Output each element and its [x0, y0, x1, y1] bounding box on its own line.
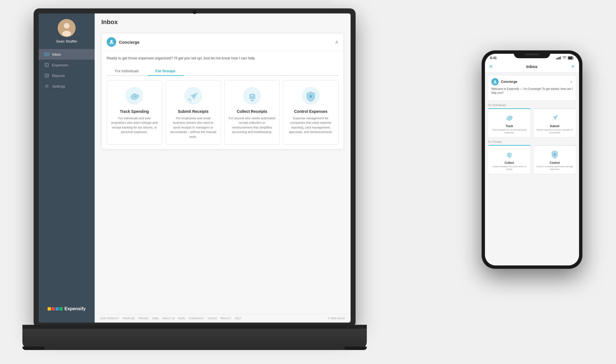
laptop-foot-right — [344, 347, 367, 350]
footer-link-status[interactable]: STATUS — [207, 317, 217, 320]
footer-link-community[interactable]: COMMUNITY — [188, 317, 204, 320]
control-desc: Expense management for companies that ne… — [287, 116, 334, 134]
footer-link-upgrade[interactable]: UPGRADE — [122, 317, 135, 320]
option-card-submit[interactable]: Submit Receipts For employees and small … — [165, 80, 221, 145]
concierge-header: Concierge ∧ — [102, 33, 344, 51]
svg-rect-11 — [134, 94, 135, 94]
phone-concierge-card: Concierge ∧ Welcome to Expensify — I'm C… — [488, 75, 576, 101]
concierge-message: Ready to get those expenses organized? I… — [107, 55, 339, 61]
phone-track-icon — [504, 112, 515, 123]
settings-icon — [44, 84, 49, 89]
phone-individuals-cards: Track Track receipts for tax and persona… — [485, 108, 579, 137]
phone-control-desc: Control company spend and manage expense… — [536, 165, 574, 171]
sidebar-item-inbox[interactable]: Inbox — [39, 49, 95, 60]
phone-body: 9:41 — [482, 50, 582, 269]
phone-chevron-icon[interactable]: ∧ — [570, 80, 573, 84]
laptop-hinge — [22, 325, 367, 329]
svg-rect-36 — [509, 153, 510, 155]
inbox-content: Concierge ∧ Ready to get those expenses … — [95, 29, 351, 314]
svg-point-7 — [110, 40, 113, 42]
svg-point-6 — [46, 86, 48, 87]
sidebar-item-reports[interactable]: Reports — [39, 70, 95, 81]
avatar-image — [58, 19, 76, 37]
footer-copyright: © 2008-2019 E — [328, 317, 345, 320]
option-card-collect[interactable]: Collect Receipts For anyone who needs au… — [224, 80, 280, 145]
phone-collect-icon — [504, 148, 515, 160]
svg-point-14 — [188, 98, 190, 100]
inbox-icon — [44, 52, 49, 57]
phone-status-icons — [556, 56, 574, 60]
option-card-track[interactable]: Track Spending For individuals and sole … — [107, 80, 162, 145]
phone-collect-desc: Collect receipts from your team or clien… — [490, 165, 528, 171]
settings-label: Settings — [52, 84, 65, 88]
expenses-icon — [44, 62, 49, 67]
phone-card-submit[interactable]: Submit Submit expenses to your manager o… — [533, 108, 576, 137]
phone-concierge-message: Welcome to Expensify — I'm Concierge! To… — [491, 87, 573, 95]
control-icon — [301, 86, 321, 106]
phone-submit-desc: Submit expenses to your manager or accou… — [536, 129, 574, 134]
phone-concierge-icon — [491, 78, 499, 85]
footer-link-jobs[interactable]: JOBS — [152, 317, 159, 320]
phone-speaker — [525, 54, 539, 55]
svg-rect-23 — [556, 58, 557, 59]
track-desc: For individuals and sole proprietors who… — [111, 116, 158, 134]
concierge-icon — [107, 37, 116, 47]
sidebar-item-settings[interactable]: Settings — [39, 81, 95, 92]
concierge-card: Concierge ∧ Ready to get those expenses … — [101, 33, 344, 150]
footer-link-help[interactable]: HELP — [235, 317, 241, 320]
phone-collect-title: Collect — [505, 161, 514, 164]
phone-control-icon — [549, 148, 560, 160]
option-card-control[interactable]: Control Expenses Expense management for … — [283, 80, 339, 145]
svg-point-2 — [62, 31, 71, 36]
chevron-up-icon[interactable]: ∧ — [335, 39, 339, 45]
phone-submit-title: Submit — [550, 125, 559, 128]
inbox-label: Inbox — [52, 52, 61, 57]
footer-link-pricing[interactable]: PRICING — [138, 317, 149, 320]
svg-rect-5 — [45, 74, 48, 77]
laptop-screen: Sean Shaffer Inbox — [39, 13, 351, 323]
tab-groups[interactable]: For Groups — [147, 67, 184, 75]
user-name: Sean Shaffer — [56, 39, 77, 43]
phone-card-collect[interactable]: Collect Collect receipts from your team … — [488, 145, 531, 174]
concierge-name: Concierge — [119, 40, 139, 45]
svg-rect-26 — [560, 57, 561, 59]
battery-icon — [568, 56, 574, 60]
svg-point-15 — [190, 100, 192, 102]
phone-concierge-header: Concierge ∧ — [491, 78, 573, 85]
expenses-label: Expenses — [52, 63, 68, 67]
sidebar-item-expenses[interactable]: Expenses — [39, 60, 95, 70]
svg-rect-24 — [557, 58, 558, 59]
svg-point-1 — [64, 23, 69, 29]
concierge-title-area: Concierge — [107, 37, 139, 47]
laptop-base — [22, 325, 367, 350]
footer-link-product[interactable]: OUR PRODUCT — [100, 317, 119, 320]
phone-plus-button[interactable]: + — [571, 63, 575, 70]
reports-icon — [44, 73, 49, 78]
phone-track-title: Track — [506, 125, 513, 128]
footer-link-about[interactable]: ABOUT US — [162, 317, 175, 320]
footer-link-privacy[interactable]: PRIVACY — [220, 317, 231, 320]
page-title: Inbox — [101, 18, 344, 26]
collect-title: Collect Receipts — [237, 109, 267, 114]
laptop: Sean Shaffer Inbox — [34, 8, 356, 350]
tab-individuals[interactable]: For Individuals — [107, 67, 147, 75]
logo-box-blue — [55, 307, 59, 311]
hamburger-icon[interactable]: ≡ — [489, 64, 493, 69]
logo-boxes — [48, 307, 63, 311]
svg-point-29 — [494, 80, 496, 82]
svg-point-12 — [135, 96, 136, 97]
phone-time: 9:41 — [490, 56, 497, 60]
wifi-icon — [562, 56, 567, 60]
laptop-camera — [193, 10, 197, 14]
laptop-foot-left — [22, 347, 45, 350]
signal-icon — [556, 57, 561, 59]
track-icon — [125, 86, 144, 106]
footer-link-blog[interactable]: BLOG — [178, 317, 185, 320]
phone-card-track[interactable]: Track Track receipts for tax and persona… — [488, 108, 531, 137]
logo-box-taxi — [48, 307, 51, 311]
footer-links: OUR PRODUCT UPGRADE PRICING JOBS ABOUT U… — [100, 317, 241, 320]
phone-groups-cards: Collect Collect receipts from your team … — [485, 145, 579, 174]
options-row: Track Spending For individuals and sole … — [107, 80, 339, 145]
phone-card-control[interactable]: Control Control company spend and manage… — [533, 145, 576, 174]
reports-label: Reports — [52, 74, 65, 78]
